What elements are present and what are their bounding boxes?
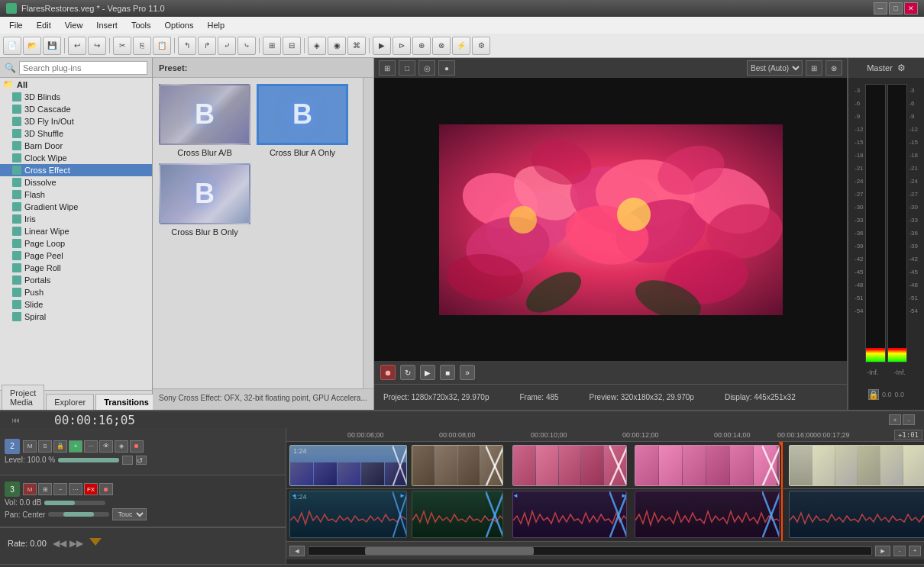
tree-item-pageloop[interactable]: Page Loop bbox=[0, 237, 152, 250]
menu-insert[interactable]: Insert bbox=[90, 19, 124, 31]
tool-btn-1[interactable]: ↰ bbox=[178, 37, 196, 55]
preview-tb-btn1[interactable]: ⊞ bbox=[379, 60, 396, 76]
paste-button[interactable]: 📋 bbox=[153, 37, 171, 55]
track-solo-btn[interactable]: S bbox=[38, 440, 52, 453]
gear-icon[interactable]: ⚙ bbox=[897, 63, 906, 73]
tree-root-all[interactable]: 📁 All bbox=[0, 78, 152, 91]
preview-tb-btn2[interactable]: □ bbox=[399, 60, 415, 76]
more-control[interactable]: » bbox=[460, 365, 475, 380]
preview-tb-btn4[interactable]: ● bbox=[438, 60, 455, 76]
copy-button[interactable]: ⎘ bbox=[133, 37, 151, 55]
tool-btn-3[interactable]: ⤶ bbox=[218, 37, 236, 55]
cut-button[interactable]: ✂ bbox=[113, 37, 131, 55]
preview-quality-select[interactable]: Best (Auto) Good Draft bbox=[747, 60, 803, 76]
tab-explorer[interactable]: Explorer bbox=[46, 394, 94, 410]
rate-right-arrow[interactable]: ▶▶ bbox=[69, 538, 83, 549]
tree-item-3dcascade[interactable]: 3D Cascade bbox=[0, 103, 152, 115]
timeline-zoom-in[interactable]: + bbox=[889, 414, 901, 425]
tree-item-dissolve[interactable]: Dissolve bbox=[0, 176, 152, 188]
video-clip-3[interactable] bbox=[512, 445, 627, 486]
track-rec-btn[interactable]: ⏺ bbox=[130, 440, 144, 453]
tree-item-pagepeel[interactable]: Page Peel bbox=[0, 250, 152, 262]
video-clip-5[interactable] bbox=[789, 445, 924, 486]
redo-button[interactable]: ↪ bbox=[88, 37, 106, 55]
audio-clip-5[interactable] bbox=[789, 491, 924, 538]
save-button[interactable]: 💾 bbox=[43, 37, 61, 55]
record-control[interactable]: ⏺ bbox=[380, 365, 396, 380]
tree-item-slide[interactable]: Slide bbox=[0, 298, 152, 311]
region-button[interactable]: ◉ bbox=[328, 37, 346, 55]
scroll-right-btn[interactable]: ► bbox=[875, 546, 890, 556]
menu-edit[interactable]: Edit bbox=[31, 19, 57, 31]
stop-control[interactable]: ■ bbox=[440, 365, 455, 380]
tree-item-3dflyinout[interactable]: 3D Fly In/Out bbox=[0, 115, 152, 127]
settings-button[interactable]: ⚙ bbox=[472, 37, 490, 55]
undo-button[interactable]: ↩ bbox=[68, 37, 86, 55]
preset-cross-blur-b-only[interactable]: B Cross Blur B Only bbox=[159, 163, 250, 237]
maximize-button[interactable]: □ bbox=[889, 2, 903, 14]
tree-item-gradientwipe[interactable]: Gradient Wipe bbox=[0, 201, 152, 213]
menu-options[interactable]: Options bbox=[159, 19, 200, 31]
audio-fx-btn[interactable]: FX bbox=[84, 483, 98, 495]
audio-comp-btn[interactable]: ⊞ bbox=[38, 483, 52, 495]
audio-touch-select[interactable]: Touch Latch Read bbox=[112, 508, 147, 520]
snap-button[interactable]: ⊞ bbox=[263, 37, 281, 55]
preset-scrollbar[interactable] bbox=[363, 78, 373, 388]
audio-pan-slider[interactable] bbox=[48, 512, 109, 517]
search-input[interactable] bbox=[19, 61, 147, 75]
output-button[interactable]: ⊳ bbox=[393, 37, 411, 55]
open-button[interactable]: 📂 bbox=[23, 37, 41, 55]
video-clip-4[interactable] bbox=[635, 445, 780, 486]
audio-rec-btn[interactable]: ⏺ bbox=[99, 483, 113, 495]
track-comp-btn[interactable]: ◈ bbox=[115, 440, 128, 453]
rate-left-arrow[interactable]: ◀◀ bbox=[53, 538, 66, 549]
tree-item-iris[interactable]: Iris bbox=[0, 213, 152, 225]
menu-help[interactable]: Help bbox=[201, 19, 231, 31]
tree-item-crosseffect[interactable]: Cross Effect bbox=[0, 164, 152, 176]
track-level-btn[interactable] bbox=[122, 456, 133, 465]
track-fx-btn[interactable]: + bbox=[69, 440, 82, 453]
track-level-slider[interactable] bbox=[58, 458, 119, 462]
timeline-scrollbar[interactable] bbox=[308, 546, 872, 556]
menu-view[interactable]: View bbox=[59, 19, 89, 31]
zoom-plus-btn[interactable]: + bbox=[909, 546, 921, 556]
preset-cross-blur-ab[interactable]: B Cross Blur A/B bbox=[159, 84, 250, 157]
tool-btn-4[interactable]: ⤷ bbox=[237, 37, 256, 55]
tab-transitions[interactable]: Transitions bbox=[95, 394, 157, 410]
preview-tb-btn6[interactable]: ⊗ bbox=[825, 60, 842, 76]
grid-button[interactable]: ⊟ bbox=[283, 37, 301, 55]
audio-clip-4[interactable] bbox=[635, 491, 780, 538]
tool-btn-2[interactable]: ↱ bbox=[198, 37, 216, 55]
new-button[interactable]: 📄 bbox=[3, 37, 21, 55]
track-reset-btn[interactable]: ↺ bbox=[136, 456, 147, 465]
tree-item-push[interactable]: Push bbox=[0, 286, 152, 298]
ext-button[interactable]: ⊗ bbox=[432, 37, 451, 55]
scroll-left-btn[interactable]: ◄ bbox=[289, 546, 305, 556]
menu-tools[interactable]: Tools bbox=[125, 19, 157, 31]
tab-project-media[interactable]: Project Media bbox=[2, 385, 44, 410]
fx-button[interactable]: ⚡ bbox=[452, 37, 470, 55]
render-button[interactable]: ▶ bbox=[373, 37, 391, 55]
audio-mute-btn[interactable]: M bbox=[23, 483, 37, 495]
preset-cross-blur-a-only[interactable]: B Cross Blur A Only bbox=[257, 84, 348, 157]
video-clip-1[interactable]: 1:24 bbox=[289, 445, 407, 486]
close-button[interactable]: ✕ bbox=[904, 2, 918, 14]
video-clip-2[interactable] bbox=[412, 445, 503, 486]
tree-item-flash[interactable]: Flash bbox=[0, 188, 152, 201]
burn-button[interactable]: ⊕ bbox=[412, 37, 431, 55]
track-mute-btn[interactable]: M bbox=[23, 440, 37, 453]
tree-item-clockwipe[interactable]: Clock Wipe bbox=[0, 152, 152, 164]
loop-control[interactable]: ↻ bbox=[400, 365, 415, 380]
audio-vol-slider[interactable] bbox=[44, 501, 105, 505]
rate-arrows[interactable]: ◀◀ ▶▶ bbox=[53, 538, 83, 549]
tree-item-pageroll[interactable]: Page Roll bbox=[0, 262, 152, 274]
audio-env-btn[interactable]: ~ bbox=[53, 483, 67, 495]
tree-item-barndoor[interactable]: Barn Door bbox=[0, 140, 152, 152]
tree-item-3dshuffle[interactable]: 3D Shuffle bbox=[0, 127, 152, 140]
audio-clip-2[interactable] bbox=[412, 491, 503, 538]
window-controls[interactable]: ─ □ ✕ bbox=[874, 2, 918, 14]
menu-file[interactable]: File bbox=[3, 19, 29, 31]
marker-button[interactable]: ◈ bbox=[308, 37, 326, 55]
play-control[interactable]: ▶ bbox=[420, 365, 435, 380]
preview-tb-btn3[interactable]: ◎ bbox=[418, 60, 435, 76]
